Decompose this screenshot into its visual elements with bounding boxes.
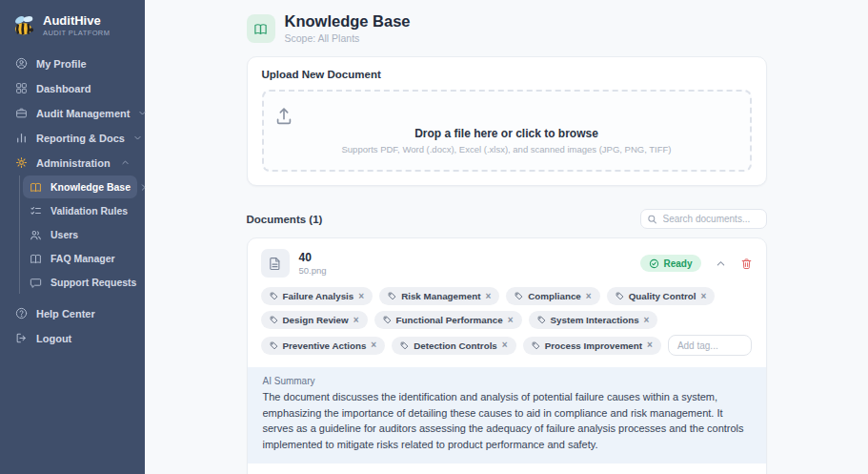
remove-tag-icon[interactable]: ×: [508, 316, 514, 325]
sidebar-item-administration[interactable]: Administration: [8, 151, 137, 175]
remove-tag-icon[interactable]: ×: [502, 340, 508, 350]
remove-tag-icon[interactable]: ×: [485, 292, 491, 301]
tag-icon: [537, 316, 546, 324]
sidebar: AuditHive AUDIT PLATFORM My Profile Dash…: [0, 0, 145, 474]
collapse-chevron-up-icon[interactable]: [716, 258, 726, 269]
briefcase-icon: [15, 107, 28, 119]
delete-document-button[interactable]: [740, 258, 753, 270]
page-header: Knowledge Base Scope: All Plants: [247, 12, 767, 44]
tag-pill: Functional Performance×: [374, 311, 522, 329]
brand-name: AuditHive: [43, 14, 110, 29]
remove-tag-icon[interactable]: ×: [353, 316, 359, 325]
brand: AuditHive AUDIT PLATFORM: [8, 11, 137, 52]
help-circle-icon: [15, 307, 28, 319]
tag-icon: [532, 341, 540, 350]
tag-pill: Design Review×: [261, 311, 368, 329]
sidebar-item-faq-manager[interactable]: FAQ Manager: [23, 247, 137, 270]
upload-card-title: Upload New Document: [262, 69, 752, 80]
remove-tag-icon[interactable]: ×: [644, 316, 650, 325]
tag-pill: Preventive Actions×: [261, 337, 386, 355]
dashboard-icon: [15, 82, 28, 94]
page-scope: Scope: All Plants: [285, 32, 411, 44]
sidebar-item-label: Audit Management: [36, 108, 130, 119]
chevron-down-icon: [133, 134, 142, 142]
knowledge-base-icon: [247, 14, 275, 43]
sidebar-item-label: Dashboard: [36, 83, 91, 94]
gear-icon: [15, 156, 28, 169]
sidebar-item-users[interactable]: Users: [23, 223, 137, 246]
dropzone-hint: Supports PDF, Word (.docx), Excel (.xlsx…: [273, 144, 740, 155]
tag-pill: Process Improvement×: [523, 337, 661, 355]
tag-icon: [270, 316, 278, 324]
book-icon: [30, 181, 42, 194]
sidebar-item-label: My Profile: [36, 58, 87, 70]
documents-count-label: Documents (1): [247, 214, 323, 225]
dropzone-title: Drop a file here or click to browse: [273, 127, 740, 140]
sidebar-item-label: Help Center: [36, 308, 95, 319]
tag-icon: [388, 292, 396, 300]
sidebar-footer: Help Center Logout: [8, 301, 137, 350]
check-circle-icon: [649, 258, 659, 269]
bee-logo-icon: [11, 13, 36, 38]
document-title: 40: [299, 251, 327, 264]
ai-summary-label: AI Summary: [263, 376, 751, 386]
remove-tag-icon[interactable]: ×: [586, 292, 592, 301]
sidebar-item-logout[interactable]: Logout: [8, 326, 137, 350]
remove-tag-icon[interactable]: ×: [371, 340, 376, 350]
tag-icon: [383, 316, 392, 324]
search-icon: [647, 214, 657, 224]
tag-icon: [616, 292, 624, 300]
sidebar-item-my-profile[interactable]: My Profile: [8, 52, 137, 75]
file-icon: [261, 249, 290, 278]
document-card-header: 40 50.png Ready: [248, 238, 766, 285]
brand-tagline: AUDIT PLATFORM: [43, 29, 110, 37]
upload-icon: [273, 106, 740, 127]
tag-pill: System Interactions×: [529, 311, 658, 329]
sidebar-item-reporting-docs[interactable]: Reporting & Docs: [8, 126, 137, 150]
file-dropzone[interactable]: Drop a file here or click to browse Supp…: [262, 90, 752, 172]
logout-icon: [15, 332, 28, 344]
tag-pill: Failure Analysis×: [261, 287, 373, 305]
tag-pill: Quality Control×: [607, 287, 716, 305]
tag-icon: [515, 292, 523, 300]
sidebar-item-label: Users: [50, 229, 78, 240]
remove-tag-icon[interactable]: ×: [358, 292, 364, 301]
add-tag-input[interactable]: [668, 335, 752, 356]
status-label: Ready: [663, 258, 692, 269]
sidebar-item-audit-management[interactable]: Audit Management: [8, 101, 137, 125]
sidebar-item-dashboard[interactable]: Dashboard: [8, 76, 137, 100]
main-area: Knowledge Base Scope: All Plants Upload …: [145, 0, 868, 474]
sidebar-item-validation-rules[interactable]: Validation Rules: [23, 199, 137, 222]
documents-toolbar: Documents (1): [247, 209, 767, 229]
sidebar-item-knowledge-base[interactable]: Knowledge Base: [23, 175, 137, 198]
document-card: 40 50.png Ready: [247, 237, 767, 474]
tag-icon: [270, 292, 278, 300]
sidebar-item-label: FAQ Manager: [50, 253, 115, 264]
sidebar-item-label: Validation Rules: [50, 205, 128, 216]
ai-summary: AI Summary The document discusses the id…: [248, 367, 766, 464]
document-section: 2.4.7 Failure Cause More This section ou…: [248, 464, 766, 474]
sidebar-item-help-center[interactable]: Help Center: [8, 301, 137, 325]
sidebar-item-label: Knowledge Base: [50, 181, 131, 193]
sidebar-item-label: Logout: [36, 333, 71, 344]
ai-summary-text: The document discusses the identificatio…: [263, 389, 751, 452]
document-tags: Failure Analysis× Risk Management× Compl…: [248, 285, 766, 367]
status-badge: Ready: [640, 255, 700, 272]
tag-icon: [270, 341, 278, 350]
open-book-icon: [30, 253, 42, 265]
upload-card: Upload New Document Drop a file here or …: [247, 56, 767, 186]
chevron-up-icon: [121, 158, 130, 167]
sidebar-item-label: Administration: [36, 157, 111, 169]
tag-pill: Compliance×: [506, 287, 599, 305]
remove-tag-icon[interactable]: ×: [700, 292, 706, 301]
search-input[interactable]: [640, 209, 767, 229]
tag-pill: Detection Controls×: [392, 337, 515, 355]
search-box: [640, 209, 767, 229]
tag-pill: Risk Management×: [379, 287, 499, 305]
user-icon: [15, 57, 28, 70]
sidebar-item-label: Support Requests: [50, 277, 136, 288]
document-filename: 50.png: [299, 265, 327, 276]
sidebar-nav: My Profile Dashboard Audit Management Re…: [8, 52, 137, 351]
sidebar-item-support-requests[interactable]: Support Requests: [23, 271, 137, 294]
remove-tag-icon[interactable]: ×: [647, 340, 653, 350]
